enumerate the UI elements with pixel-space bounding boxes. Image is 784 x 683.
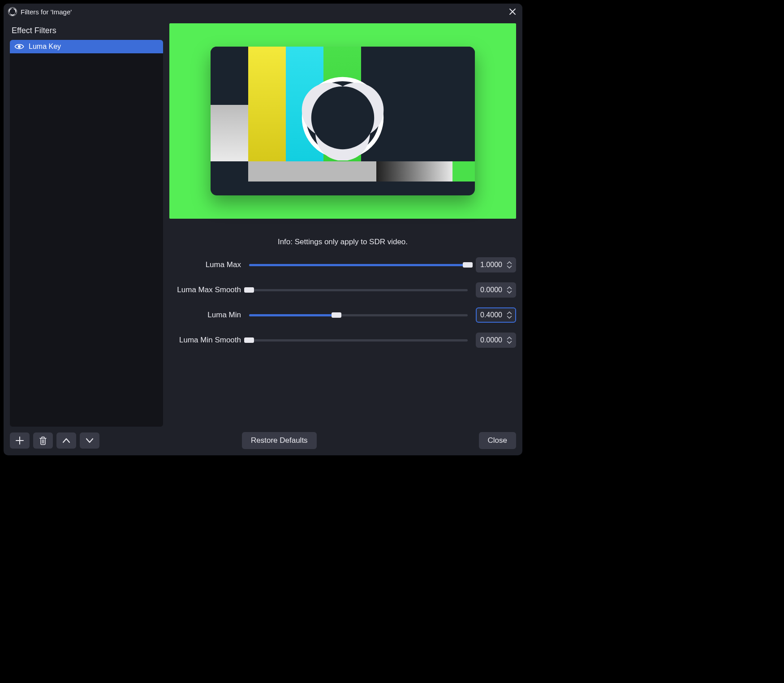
luma-min-smooth-label: Luma Min Smooth (169, 336, 241, 345)
filter-list[interactable]: Luma Key (10, 40, 163, 427)
spin-arrows-icon[interactable] (507, 308, 513, 322)
luma-min-smooth-spinbox[interactable]: 0.0000 (476, 333, 516, 348)
preview-content (211, 47, 475, 195)
obs-app-icon (8, 7, 17, 16)
luma-min-smooth-slider[interactable] (249, 336, 468, 345)
luma-min-smooth-row: Luma Min Smooth 0.0000 (169, 333, 516, 348)
luma-max-smooth-slider[interactable] (249, 285, 468, 294)
luma-max-smooth-spinbox[interactable]: 0.0000 (476, 282, 516, 298)
luma-max-slider[interactable] (249, 260, 468, 269)
effect-filters-heading: Effect Filters (10, 23, 163, 40)
titlebar: Filters for 'Image' (4, 4, 522, 20)
close-button[interactable]: Close (479, 432, 516, 449)
luma-min-spinbox[interactable]: 0.4000 (476, 307, 516, 323)
sdr-info-text: Info: Settings only apply to SDR video. (169, 227, 516, 246)
filter-item-label: Luma Key (29, 43, 61, 51)
luma-max-spinbox[interactable]: 1.0000 (476, 257, 516, 272)
spin-arrows-icon[interactable] (507, 283, 513, 297)
restore-defaults-button[interactable]: Restore Defaults (242, 432, 317, 449)
luma-max-label: Luma Max (169, 260, 241, 269)
add-filter-button[interactable] (10, 432, 30, 449)
filter-settings-panel: Info: Settings only apply to SDR video. … (169, 23, 516, 427)
plus-icon (16, 437, 24, 445)
obs-logo-icon (300, 75, 385, 160)
dialog-footer: Restore Defaults Close (4, 430, 522, 455)
luma-max-row: Luma Max 1.0000 (169, 257, 516, 272)
luma-min-slider[interactable] (249, 311, 468, 320)
effect-filters-panel: Effect Filters Luma Key (10, 23, 163, 427)
visibility-toggle-icon[interactable] (14, 43, 24, 50)
window-title: Filters for 'Image' (21, 8, 72, 16)
remove-filter-button[interactable] (33, 432, 53, 449)
filter-item-luma-key[interactable]: Luma Key (10, 40, 163, 53)
luma-max-smooth-row: Luma Max Smooth 0.0000 (169, 282, 516, 298)
filters-dialog: Filters for 'Image' Effect Filters Luma … (4, 4, 522, 455)
chevron-down-icon (86, 438, 94, 443)
spin-arrows-icon[interactable] (507, 333, 513, 347)
filter-preview (169, 23, 516, 219)
luma-min-row: Luma Min 0.4000 (169, 307, 516, 323)
luma-min-label: Luma Min (169, 311, 241, 320)
chevron-up-icon (62, 438, 70, 443)
move-filter-down-button[interactable] (80, 432, 99, 449)
window-close-button[interactable] (507, 6, 518, 17)
luma-max-smooth-label: Luma Max Smooth (169, 285, 241, 294)
spin-arrows-icon[interactable] (507, 258, 513, 272)
trash-icon (39, 436, 47, 445)
luma-key-controls: Luma Max 1.0000 Luma Max Smooth (169, 255, 516, 348)
svg-point-2 (18, 45, 21, 48)
move-filter-up-button[interactable] (56, 432, 76, 449)
